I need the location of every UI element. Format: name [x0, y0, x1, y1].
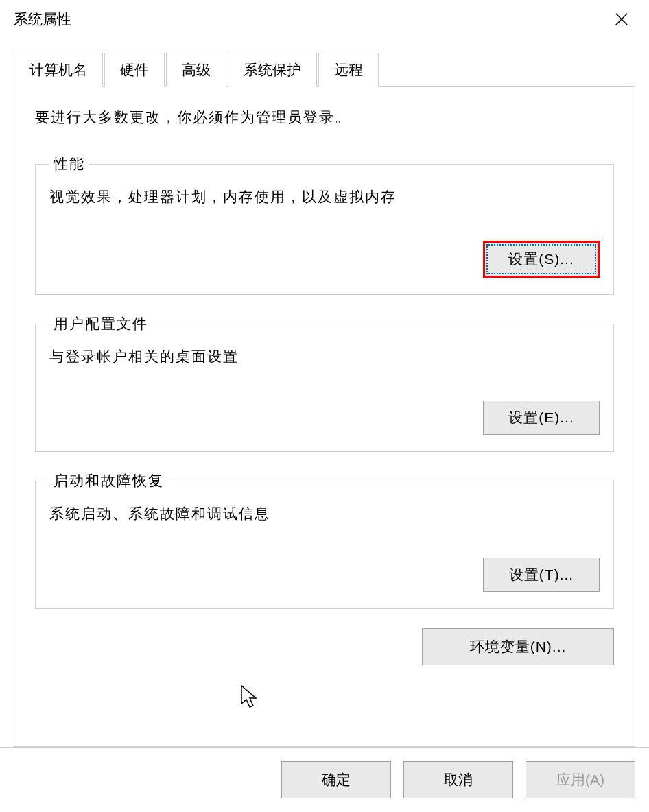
group-startup-recovery-desc: 系统启动、系统故障和调试信息 [49, 504, 600, 523]
tab-row: 计算机名 硬件 高级 系统保护 远程 [14, 52, 635, 87]
dialog-title: 系统属性 [14, 10, 71, 29]
startup-recovery-settings-button[interactable]: 设置(T)... [483, 558, 600, 592]
group-user-profiles: 用户配置文件 与登录帐户相关的桌面设置 设置(E)... [35, 314, 614, 452]
environment-variables-button[interactable]: 环境变量(N)... [422, 628, 614, 665]
apply-button[interactable]: 应用(A) [526, 761, 635, 798]
tab-advanced[interactable]: 高级 [166, 53, 226, 87]
group-performance: 性能 视觉效果，处理器计划，内存使用，以及虚拟内存 设置(S)... [35, 154, 614, 295]
system-properties-dialog: 系统属性 计算机名 硬件 高级 系统保护 远程 要进行大多数更改，你必须作为管理… [0, 0, 649, 812]
cancel-button[interactable]: 取消 [403, 761, 513, 798]
group-startup-recovery-legend: 启动和故障恢复 [49, 471, 168, 490]
group-user-profiles-desc: 与登录帐户相关的桌面设置 [49, 347, 600, 366]
close-icon [614, 12, 629, 27]
group-performance-desc: 视觉效果，处理器计划，内存使用，以及虚拟内存 [49, 187, 600, 206]
tab-remote[interactable]: 远程 [318, 53, 379, 87]
admin-required-text: 要进行大多数更改，你必须作为管理员登录。 [35, 108, 614, 127]
dialog-footer: 确定 取消 应用(A) [0, 747, 649, 812]
group-performance-legend: 性能 [49, 154, 89, 174]
group-startup-recovery: 启动和故障恢复 系统启动、系统故障和调试信息 设置(T)... [35, 471, 614, 609]
titlebar: 系统属性 [0, 0, 649, 38]
tab-content-advanced: 要进行大多数更改，你必须作为管理员登录。 性能 视觉效果，处理器计划，内存使用，… [14, 87, 635, 747]
group-user-profiles-legend: 用户配置文件 [49, 314, 152, 333]
close-button[interactable] [605, 5, 638, 33]
ok-button[interactable]: 确定 [281, 761, 391, 798]
tab-hardware[interactable]: 硬件 [104, 53, 165, 87]
performance-settings-button[interactable]: 设置(S)... [483, 241, 600, 278]
user-profiles-settings-button[interactable]: 设置(E)... [483, 401, 600, 435]
tab-system-protection[interactable]: 系统保护 [228, 53, 317, 87]
tab-computer-name[interactable]: 计算机名 [14, 53, 103, 87]
